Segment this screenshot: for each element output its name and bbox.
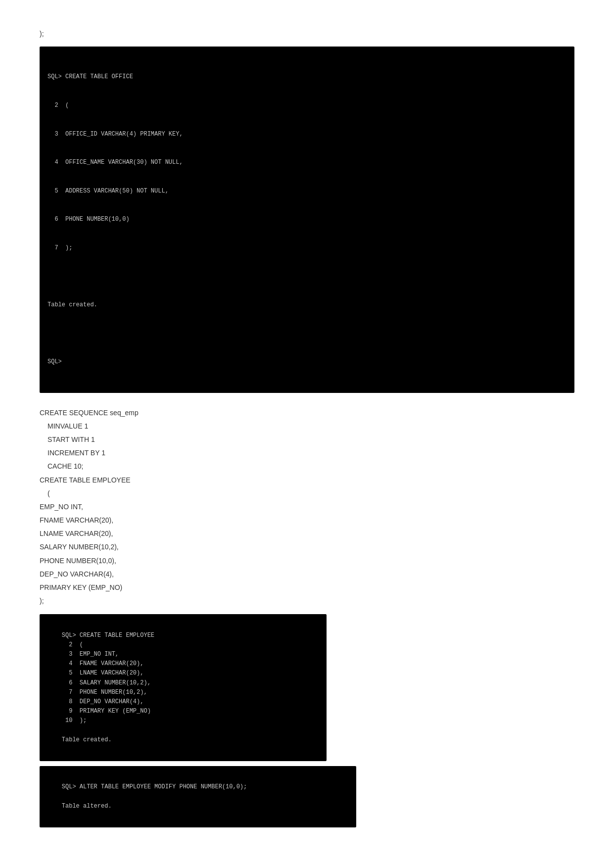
terminal-office-blank1 bbox=[47, 272, 567, 281]
text-phone: PHONE NUMBER(10,0), bbox=[40, 555, 574, 567]
terminal-emp-line-5: 5 LNAME VARCHAR(20), bbox=[62, 670, 144, 676]
text-primary-key: PRIMARY KEY (EMP_NO) bbox=[40, 581, 574, 594]
terminal-emp-blank bbox=[62, 726, 65, 733]
terminal-emp-line-2: 2 ( bbox=[62, 641, 83, 648]
terminal-office-prompt: SQL> bbox=[47, 357, 567, 367]
terminal-emp-created: Table created. bbox=[62, 736, 112, 743]
terminal-alter-line-1: SQL> ALTER TABLE EMPLOYEE MODIFY PHONE N… bbox=[62, 783, 247, 790]
terminal-office-blank2 bbox=[47, 329, 567, 338]
terminal-office-line-2: 2 ( bbox=[47, 101, 567, 110]
terminal-emp-line-9: 9 PRIMARY KEY (EMP_NO) bbox=[62, 708, 151, 715]
terminal-emp-line-7: 7 PHONE NUMBER(10,2), bbox=[62, 689, 147, 696]
text-emp-no: EMP_NO INT, bbox=[40, 501, 574, 513]
sql-text-section: CREATE SEQUENCE seq_emp MINVALUE 1 START… bbox=[40, 407, 574, 608]
terminal-office-created: Table created. bbox=[47, 300, 567, 310]
text-fname: FNAME VARCHAR(20), bbox=[40, 514, 574, 527]
terminal-employee-block: SQL> CREATE TABLE EMPLOYEE 2 ( 3 EMP_NO … bbox=[40, 614, 327, 761]
terminal-emp-line-4: 4 FNAME VARCHAR(20), bbox=[62, 660, 144, 667]
text-start-with: START WITH 1 bbox=[40, 434, 574, 446]
terminal-alter-blank bbox=[62, 793, 65, 800]
top-closing-paren: ); bbox=[40, 30, 574, 38]
terminal-office-line-3: 3 OFFICE_ID VARCHAR(4) PRIMARY KEY, bbox=[47, 130, 567, 139]
terminal-emp-line-3: 3 EMP_NO INT, bbox=[62, 651, 119, 658]
text-open-paren: ( bbox=[40, 487, 574, 500]
text-create-sequence: CREATE SEQUENCE seq_emp bbox=[40, 407, 574, 419]
text-dep-no: DEP_NO VARCHAR(4), bbox=[40, 568, 574, 580]
text-cache: CACHE 10; bbox=[40, 460, 574, 473]
terminal-alter-block: SQL> ALTER TABLE EMPLOYEE MODIFY PHONE N… bbox=[40, 766, 356, 827]
terminal-emp-line-1: SQL> CREATE TABLE EMPLOYEE bbox=[62, 632, 154, 639]
terminal-office-line-6: 6 PHONE NUMBER(10,0) bbox=[47, 215, 567, 224]
text-minvalue: MINVALUE 1 bbox=[40, 420, 574, 433]
terminal-emp-line-6: 6 SALARY NUMBER(10,2), bbox=[62, 679, 151, 686]
terminal-emp-line-10: 10 ); bbox=[62, 717, 87, 724]
page-content: ); SQL> CREATE TABLE OFFICE 2 ( 3 OFFICE… bbox=[40, 30, 574, 827]
text-close-paren-semi: ); bbox=[40, 595, 574, 607]
terminal-emp-line-8: 8 DEP_NO VARCHAR(4), bbox=[62, 698, 144, 705]
terminal-office-line-4: 4 OFFICE_NAME VARCHAR(30) NOT NULL, bbox=[47, 158, 567, 167]
terminal-alter-result: Table altered. bbox=[62, 803, 112, 810]
terminal-office-line-1: SQL> CREATE TABLE OFFICE bbox=[47, 72, 567, 82]
terminal-office-line-5: 5 ADDRESS VARCHAR(50) NOT NULL, bbox=[47, 187, 567, 196]
text-salary: SALARY NUMBER(10,2), bbox=[40, 541, 574, 553]
text-lname: LNAME VARCHAR(20), bbox=[40, 528, 574, 540]
text-create-table-employee: CREATE TABLE EMPLOYEE bbox=[40, 474, 574, 486]
terminal-office-block: SQL> CREATE TABLE OFFICE 2 ( 3 OFFICE_ID… bbox=[40, 47, 574, 393]
terminal-office-line-7: 7 ); bbox=[47, 243, 567, 253]
text-increment-by: INCREMENT BY 1 bbox=[40, 447, 574, 459]
